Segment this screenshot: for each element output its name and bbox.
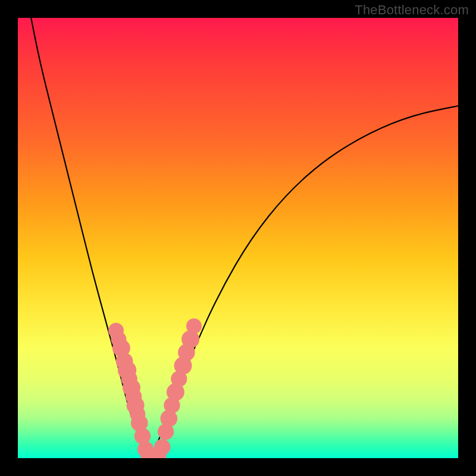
overlay-dot — [118, 361, 136, 379]
overlay-dot — [108, 322, 124, 338]
overlay-dot — [127, 396, 145, 414]
curve-group — [31, 18, 458, 455]
chart-svg — [18, 18, 458, 458]
overlay-dot — [167, 383, 184, 401]
annotation-group — [148, 453, 158, 458]
overlay-dot — [145, 448, 161, 458]
overlay-dot — [111, 331, 126, 347]
overlay-dot — [186, 318, 202, 334]
dots-group — [108, 318, 202, 458]
overlay-dot — [116, 353, 133, 370]
overlay-dot — [161, 410, 178, 427]
overlay-dot — [149, 447, 167, 458]
overlay-dot — [158, 424, 174, 440]
chart-frame: TheBottleneck.com — [0, 0, 476, 476]
plot-area — [18, 18, 458, 458]
overlay-dot — [178, 344, 195, 361]
overlay-dot — [164, 397, 180, 414]
overlay-dot — [131, 414, 148, 431]
overlay-dot — [154, 439, 170, 455]
overlay-dot — [121, 371, 137, 387]
overlay-dot — [137, 441, 154, 458]
overlay-dot — [130, 406, 145, 422]
overlay-dot — [140, 447, 158, 458]
overlay-dot — [123, 379, 140, 397]
connector-bar — [148, 453, 158, 458]
overlay-dot — [171, 371, 187, 387]
overlay-dot — [112, 339, 130, 357]
overlay-dot — [181, 330, 199, 348]
watermark-text: TheBottleneck.com — [355, 2, 469, 18]
overlay-dot — [126, 389, 142, 405]
overlay-dot — [134, 428, 151, 444]
overlay-dot — [174, 357, 192, 375]
bottleneck-curve-path — [31, 18, 458, 455]
